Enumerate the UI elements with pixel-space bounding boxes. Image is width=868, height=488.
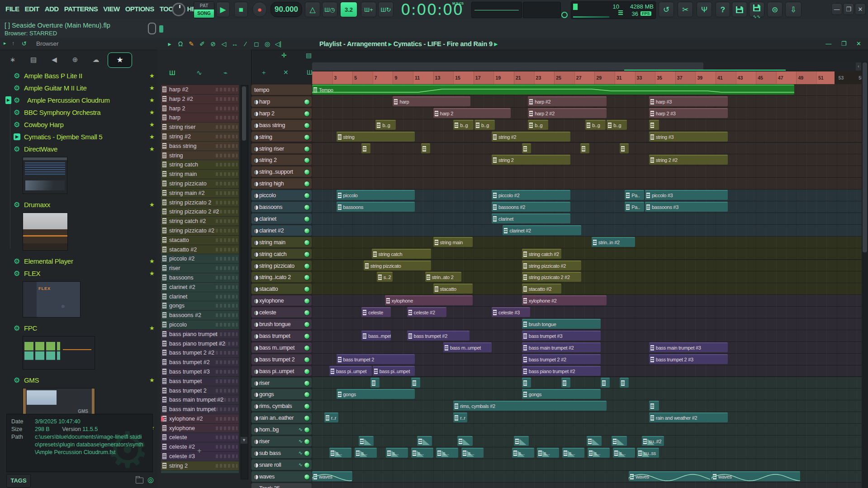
track-header-waves[interactable]: waves <box>251 471 312 482</box>
pattern-item[interactable]: bass trumpet <box>161 377 239 386</box>
mute-dot-icon[interactable] <box>253 404 259 409</box>
tab-online[interactable]: ⊕ <box>66 52 84 67</box>
pattern-item[interactable]: bass main trumpet <box>161 405 239 414</box>
pattern-clip[interactable]: harp 2 <box>433 108 511 118</box>
audio-clip[interactable]: waves <box>312 471 352 481</box>
main-volume-knob[interactable] <box>172 3 185 16</box>
pattern-item[interactable]: riser <box>161 264 239 273</box>
pattern-item[interactable]: string catch #2 <box>161 217 239 226</box>
mute-dot-icon[interactable] <box>253 275 259 280</box>
pattern-clip[interactable]: bass trumpet 2 #3 <box>649 354 728 364</box>
browser-item-cymatics-djembe-small-5[interactable]: ▶Cymatics - Djembe Small 5★ <box>0 131 157 143</box>
mute-dot-icon[interactable] <box>253 381 259 386</box>
pattern-clip[interactable]: string pizzicato <box>364 261 431 270</box>
enable-circle-icon[interactable] <box>304 474 310 480</box>
pattern-clip[interactable] <box>522 143 531 153</box>
pattern-clip[interactable] <box>620 378 629 388</box>
picker-automation-icon[interactable]: ⌁ <box>223 69 228 77</box>
menu-edit[interactable]: EDIT <box>22 0 42 13</box>
pattern-clip[interactable]: rain and weather #2 <box>649 412 728 422</box>
loop-record-button[interactable]: Ш↻ <box>378 2 394 17</box>
mute-dot-icon[interactable] <box>253 392 259 398</box>
search-icon[interactable]: ◎ <box>147 475 154 484</box>
undo-button[interactable]: ↺ <box>659 2 674 17</box>
pattern-clip[interactable]: r..r <box>453 412 467 422</box>
enable-circle-icon[interactable] <box>304 439 310 445</box>
pattern-clip[interactable]: b..g <box>474 120 495 130</box>
mute-dot-icon[interactable] <box>253 147 259 152</box>
mute-dot-icon[interactable] <box>253 264 259 269</box>
audio-clip[interactable]: s... <box>562 448 584 458</box>
pattern-clip[interactable]: bassoons #3 <box>645 202 728 212</box>
playback-tool-icon[interactable]: ◁| <box>273 38 283 50</box>
grid-row-12[interactable]: clarinet <box>312 213 862 225</box>
pattern-clip[interactable]: string catch #2 <box>522 249 561 259</box>
save-audio-button[interactable]: ∿∿ <box>749 2 764 17</box>
browser-collapse-icon[interactable]: ▸ <box>4 40 6 46</box>
mute-dot-icon[interactable] <box>253 205 259 210</box>
playlist-vertical-scrollbar[interactable] <box>862 62 868 488</box>
pattern-clip[interactable]: bass..mpet <box>361 331 391 341</box>
pattern-item[interactable]: string <box>161 151 239 160</box>
star-icon[interactable]: ★ <box>149 255 155 267</box>
pattern-clip[interactable]: string 2 <box>492 155 570 165</box>
grid-row-27[interactable]: gongsgongs <box>312 389 862 400</box>
browser-up-icon[interactable]: ↑ <box>12 40 14 47</box>
grid-row-25[interactable]: bass pi..umpetbass pi..umpetbass piano t… <box>312 365 862 377</box>
close-tracks-icon[interactable]: ✕ <box>283 69 289 76</box>
star-icon[interactable]: ★ <box>149 143 155 155</box>
grid-row-33[interactable] <box>312 459 862 471</box>
mute-dot-icon[interactable] <box>253 369 259 374</box>
grid-row-8[interactable] <box>312 166 862 178</box>
enable-circle-icon[interactable] <box>304 310 310 316</box>
pattern-item[interactable]: harp #2 <box>161 85 239 94</box>
pattern-clip[interactable] <box>370 378 379 388</box>
pattern-item[interactable]: bass string <box>161 142 239 151</box>
pattern-item-partial[interactable] <box>161 471 239 473</box>
mute-dot-icon[interactable] <box>253 451 259 456</box>
grid-row-34[interactable]: waveswaveswaves <box>312 471 862 483</box>
pattern-clip[interactable] <box>649 120 659 130</box>
pattern-clip[interactable] <box>649 401 659 411</box>
track-header-string-riser[interactable]: string riser <box>251 143 312 154</box>
pattern-item[interactable]: string 2 <box>161 461 239 470</box>
enable-circle-icon[interactable] <box>304 134 310 140</box>
browser-item-ample-guitar-m-ii-lite[interactable]: ⚙Ample Guitar M II Lite★ <box>0 82 157 94</box>
pattern-item[interactable]: bass piano trumpet <box>161 330 239 339</box>
track-header-string-2[interactable]: string 2 <box>251 154 312 166</box>
browser-item-ample-bass-p-lite-ii[interactable]: ⚙Ample Bass P Lite II★ <box>0 70 157 82</box>
pattern-item[interactable]: bass trumpet #3 <box>161 367 239 376</box>
pattern-item[interactable]: bass trumpet 2 <box>161 386 239 395</box>
grid-row-14[interactable]: string mainstrin..in #2 <box>312 237 862 248</box>
microphone-button[interactable]: Ψ <box>697 2 712 17</box>
mute-dot-icon[interactable] <box>253 123 259 128</box>
mute-dot-icon[interactable] <box>253 135 259 140</box>
pattern-clip[interactable]: bass main trumpet #2 <box>522 342 601 352</box>
track-header-string-main[interactable]: string main <box>251 237 312 248</box>
grid-row-5[interactable]: stringstring #2string #3 <box>312 131 862 143</box>
mute-dot-icon[interactable] <box>253 193 259 199</box>
pattern-item[interactable]: xylophone #2 <box>161 414 239 423</box>
track-header-clarinet-2[interactable]: clarinet #2 <box>251 225 312 236</box>
tab-files[interactable]: ▤ <box>24 52 43 67</box>
track-header-string-support[interactable]: string..support <box>251 166 312 177</box>
grid-row-1[interactable]: Tempo <box>312 84 862 96</box>
audio-clip[interactable]: s... <box>613 448 635 458</box>
pattern-scroll-down-icon[interactable]: ▼ <box>241 437 247 444</box>
minimize-button[interactable]: — <box>831 3 842 15</box>
grid-row-6[interactable] <box>312 143 862 155</box>
enable-circle-icon[interactable] <box>304 450 310 456</box>
pattern-clip[interactable]: celeste #3 <box>492 307 530 317</box>
scroll-left-icon[interactable]: ‹ <box>856 62 861 71</box>
track-header-string-pizzicato[interactable]: string pizzicato <box>251 260 312 271</box>
track-header-string-catch[interactable]: string catch <box>251 248 312 260</box>
grid-row-17[interactable]: s..2strin..ato 2string pizzicato 2 #2 <box>312 271 862 283</box>
mute-dot-icon[interactable] <box>253 99 259 105</box>
grid-row-21[interactable]: brush tongue <box>312 318 862 330</box>
countdown-button[interactable]: 3.2 <box>340 2 357 17</box>
browser-item-drumaxx[interactable]: ⚙Drumaxx★ <box>0 199 157 211</box>
enable-circle-icon[interactable] <box>304 111 310 117</box>
track-header-snare-roll[interactable]: snare roll∿ <box>251 459 312 470</box>
browser-item-flex[interactable]: ⚙FLEX★ <box>0 267 157 280</box>
mute-dot-icon[interactable] <box>253 463 259 468</box>
